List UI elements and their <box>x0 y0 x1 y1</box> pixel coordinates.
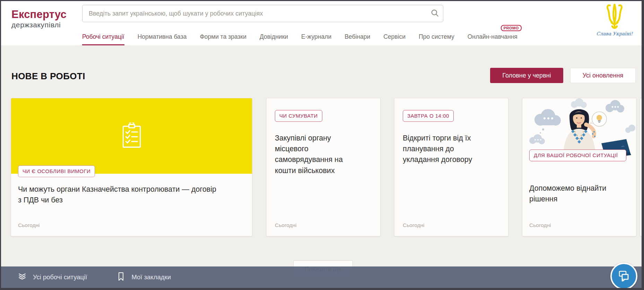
card-tag: ЧИ СУМУВАТИ <box>275 110 322 122</box>
nav-item-pro-systemu[interactable]: Про систему <box>419 33 454 45</box>
layers-icon <box>18 272 27 283</box>
card-tag: ДЛЯ ВАШОЇ РОБОЧОЇ СИТУАЦІЇ <box>529 149 626 161</box>
patriot-block: Слава Україні! <box>594 3 635 36</box>
ukraine-trident-icon <box>602 25 627 31</box>
card-next-peek <box>640 98 644 236</box>
card-title: Чи можуть органи Казначейства контролюва… <box>18 184 219 206</box>
slogan-text: Слава Україні! <box>594 31 635 36</box>
card-date: Сьогодні <box>18 222 40 228</box>
search-icon <box>430 9 440 19</box>
bar-item-label: Усі робочі ситуації <box>33 273 87 281</box>
nav-item-label: Онлайн-навчання <box>468 33 517 40</box>
card-title: Відкриті торги від їх планування до укла… <box>403 133 491 165</box>
logo-subtitle: держзакупівлі <box>11 20 67 29</box>
nav-item-e-zhurnaly[interactable]: Е-журнали <box>301 33 331 45</box>
bottom-bar: Усі робочі ситуації Мої закладки <box>1 266 642 288</box>
card-tag: ЧИ Є ОСОБЛИВІ ВИМОГИ <box>18 165 95 177</box>
app-window: Експертус держзакупівлі Робочі ситуації … <box>0 0 644 290</box>
nav-item-formy-ta-zrazky[interactable]: Форми та зразки <box>200 33 246 45</box>
search-button[interactable] <box>427 5 443 22</box>
nav-item-robochi-sytuatsii[interactable]: Робочі ситуації <box>82 33 124 45</box>
card-date: Сьогодні <box>275 222 297 228</box>
all-updates-button[interactable]: Усі оновлення <box>570 68 636 83</box>
card-treasury-control[interactable]: ЧИ Є ОСОБЛИВІ ВИМОГИ Чи можуть органи Ка… <box>11 98 252 236</box>
consultant-illustration <box>522 98 636 158</box>
bookmark-icon <box>117 272 125 283</box>
main-nav: Робочі ситуації Нормативна база Форми та… <box>82 29 517 45</box>
search-input[interactable] <box>88 10 427 18</box>
bar-item-label: Мої закладки <box>131 273 171 281</box>
nav-item-onlain-navchannia[interactable]: Онлайн-навчання PROMO <box>468 33 517 45</box>
my-bookmarks-link[interactable]: Мої закладки <box>117 272 171 283</box>
header: Експертус держзакупівлі Робочі ситуації … <box>1 1 642 45</box>
all-work-situations-link[interactable]: Усі робочі ситуації <box>18 272 87 283</box>
nav-item-servisy[interactable]: Сервіси <box>383 33 406 45</box>
card-date: Сьогодні <box>529 222 551 228</box>
nav-item-dovidnyky[interactable]: Довідники <box>260 33 288 45</box>
promo-badge: PROMO <box>501 25 522 31</box>
card-open-tenders[interactable]: ЗАВТРА О 14:00 Відкриті торги від їх пла… <box>394 98 508 236</box>
card-date: Сьогодні <box>403 222 425 228</box>
card-yellow-banner <box>11 98 252 174</box>
card-find-solution[interactable]: ДЛЯ ВАШОЇ РОБОЧОЇ СИТУАЦІЇ Допоможемо ві… <box>522 98 636 236</box>
card-local-gov-procurement[interactable]: ЧИ СУМУВАТИ Закупівлі органу місцевого с… <box>266 98 381 236</box>
main-in-june-button[interactable]: Головне у червні <box>490 68 563 83</box>
chat-icon <box>617 269 631 284</box>
page-title: НОВЕ В РОБОТІ <box>11 71 85 82</box>
nav-item-normatyvna-baza[interactable]: Нормативна база <box>138 33 187 45</box>
logo[interactable]: Експертус держзакупівлі <box>11 9 67 29</box>
search-bar <box>82 5 443 22</box>
logo-brand: Експертус <box>11 9 67 20</box>
card-tag: ЗАВТРА О 14:00 <box>403 110 454 122</box>
clipboard-checklist-icon <box>121 123 142 149</box>
chat-button[interactable] <box>610 263 637 290</box>
card-title: Закупівлі органу місцевого самоврядуванн… <box>275 133 363 176</box>
card-title: Допоможемо віднайти рішення <box>529 183 626 205</box>
nav-item-vebinary[interactable]: Вебінари <box>345 33 370 45</box>
